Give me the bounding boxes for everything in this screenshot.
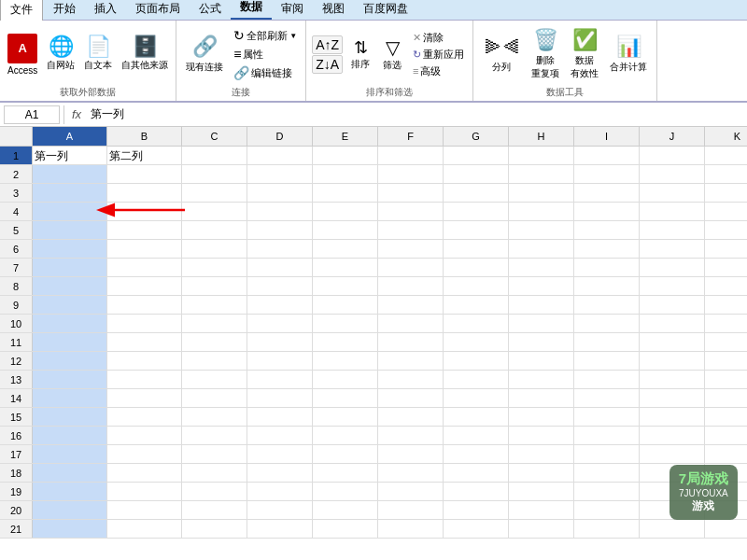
cell-D20[interactable] (247, 501, 313, 519)
tab-review[interactable]: 审阅 (272, 0, 313, 20)
cell-J6[interactable] (640, 240, 705, 258)
cell-H3[interactable] (509, 184, 574, 202)
cell-I1[interactable] (574, 147, 640, 164)
cell-E3[interactable] (313, 184, 378, 202)
row-number[interactable]: 10 (0, 315, 33, 332)
cell-H2[interactable] (509, 165, 574, 183)
cell-F5[interactable] (378, 221, 444, 239)
cell-K8[interactable] (705, 277, 747, 295)
cell-K15[interactable] (705, 408, 747, 426)
cell-J5[interactable] (640, 221, 705, 239)
row-number[interactable]: 13 (0, 371, 33, 388)
col-header-c[interactable]: C (182, 127, 247, 146)
cell-A10[interactable] (33, 315, 107, 332)
cell-K4[interactable] (705, 203, 747, 220)
merge-calc-button[interactable]: 📊 合并计算 (606, 32, 651, 77)
cell-A20[interactable] (33, 501, 107, 519)
cell-B21[interactable] (107, 520, 182, 538)
cell-C5[interactable] (182, 221, 247, 239)
cell-K2[interactable] (705, 165, 747, 183)
cell-I8[interactable] (574, 277, 640, 295)
cell-D7[interactable] (247, 259, 313, 276)
cell-B18[interactable] (107, 464, 182, 482)
cell-D18[interactable] (247, 464, 313, 482)
cell-ref-input[interactable] (4, 105, 60, 124)
za-sort-button[interactable]: Z↓A (312, 55, 343, 74)
cell-I10[interactable] (574, 315, 640, 332)
cell-F8[interactable] (378, 277, 444, 295)
cell-C16[interactable] (182, 427, 247, 444)
cell-D5[interactable] (247, 221, 313, 239)
cell-F17[interactable] (378, 445, 444, 463)
website-button[interactable]: 🌐 自网站 (43, 34, 78, 75)
cell-D8[interactable] (247, 277, 313, 295)
cell-F15[interactable] (378, 408, 444, 426)
cell-F18[interactable] (378, 464, 444, 482)
row-number[interactable]: 2 (0, 165, 33, 183)
cell-J16[interactable] (640, 427, 705, 444)
cell-A11[interactable] (33, 333, 107, 351)
cell-D16[interactable] (247, 427, 313, 444)
cell-E16[interactable] (313, 427, 378, 444)
cell-G13[interactable] (444, 371, 509, 388)
cell-I12[interactable] (574, 352, 640, 370)
col-header-b[interactable]: B (107, 127, 182, 146)
row-number[interactable]: 11 (0, 333, 33, 351)
cell-H17[interactable] (509, 445, 574, 463)
row-number[interactable]: 12 (0, 352, 33, 370)
row-number[interactable]: 16 (0, 427, 33, 444)
cell-A18[interactable] (33, 464, 107, 482)
col-header-j[interactable]: J (640, 127, 705, 146)
cell-H14[interactable] (509, 389, 574, 407)
cell-C13[interactable] (182, 371, 247, 388)
cell-H18[interactable] (509, 464, 574, 482)
cell-I13[interactable] (574, 371, 640, 388)
cell-B4[interactable] (107, 203, 182, 220)
cell-G19[interactable] (444, 483, 509, 500)
cell-D15[interactable] (247, 408, 313, 426)
cell-I5[interactable] (574, 221, 640, 239)
cell-H5[interactable] (509, 221, 574, 239)
cell-G12[interactable] (444, 352, 509, 370)
cell-I7[interactable] (574, 259, 640, 276)
cell-A1[interactable]: 第一列 (33, 147, 107, 164)
cell-F3[interactable] (378, 184, 444, 202)
cell-H11[interactable] (509, 333, 574, 351)
cell-G15[interactable] (444, 408, 509, 426)
access-button[interactable]: A Access (4, 31, 41, 78)
cell-H19[interactable] (509, 483, 574, 500)
row-number[interactable]: 3 (0, 184, 33, 202)
cell-J15[interactable] (640, 408, 705, 426)
cell-J12[interactable] (640, 352, 705, 370)
cell-F7[interactable] (378, 259, 444, 276)
edit-links-button[interactable]: 🔗 编辑链接 (231, 64, 300, 81)
refresh-all-button[interactable]: ↻ 全部刷新 ▼ (231, 27, 300, 44)
row-number[interactable]: 9 (0, 296, 33, 314)
cell-I19[interactable] (574, 483, 640, 500)
cell-J4[interactable] (640, 203, 705, 220)
cell-K21[interactable] (705, 520, 747, 538)
cell-K10[interactable] (705, 315, 747, 332)
row-number[interactable]: 1 (0, 147, 33, 164)
cell-D3[interactable] (247, 184, 313, 202)
cell-H12[interactable] (509, 352, 574, 370)
cell-D10[interactable] (247, 315, 313, 332)
cell-H10[interactable] (509, 315, 574, 332)
cell-D2[interactable] (247, 165, 313, 183)
cell-A6[interactable] (33, 240, 107, 258)
cell-D6[interactable] (247, 240, 313, 258)
col-header-a[interactable]: A (33, 127, 107, 146)
cell-F1[interactable] (378, 147, 444, 164)
cell-C10[interactable] (182, 315, 247, 332)
cell-G1[interactable] (444, 147, 509, 164)
reapply-button[interactable]: ↻ 重新应用 (410, 47, 467, 63)
cell-I16[interactable] (574, 427, 640, 444)
cell-H1[interactable] (509, 147, 574, 164)
cell-A2[interactable] (33, 165, 107, 183)
cell-K7[interactable] (705, 259, 747, 276)
cell-E6[interactable] (313, 240, 378, 258)
cell-G4[interactable] (444, 203, 509, 220)
tab-insert[interactable]: 插入 (85, 0, 126, 20)
filter-button[interactable]: ▽ 筛选 (378, 34, 406, 75)
remove-dup-button[interactable]: 🗑️ 删除 重复项 (528, 25, 563, 83)
